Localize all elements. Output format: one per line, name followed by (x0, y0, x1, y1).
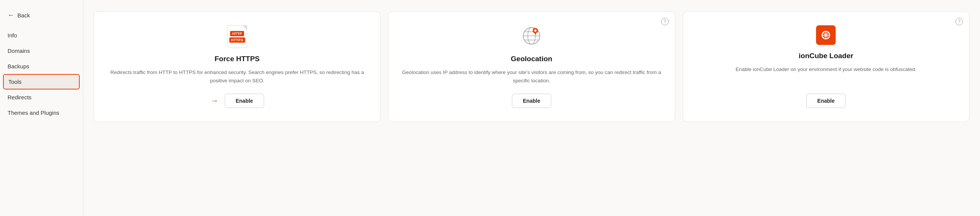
force-https-title: Force HTTPS (215, 55, 259, 63)
ioncube-logo-icon (816, 25, 836, 45)
sidebar-item-themes-plugins[interactable]: Themes and Plugins (0, 105, 83, 121)
ioncube-footer: Enable (806, 94, 845, 108)
back-label: Back (18, 12, 30, 19)
ioncube-card: ? ionCube Loader Enable ionCube Loader o… (682, 11, 969, 122)
geo-globe-icon (521, 25, 542, 48)
force-https-footer: → Enable (210, 94, 264, 108)
sidebar: ← Back Info Domains Backups Tools Redire… (0, 0, 83, 216)
sidebar-item-redirects[interactable]: Redirects (0, 89, 83, 105)
back-arrow-icon: ← (8, 11, 14, 19)
sidebar-item-backups[interactable]: Backups (0, 59, 83, 74)
force-https-card: HTTP HTTPS Force HTTPS Redirects traffic… (94, 11, 380, 122)
https-file-icon: HTTP HTTPS (228, 25, 247, 48)
sidebar-item-domains[interactable]: Domains (0, 43, 83, 59)
arrow-right-icon: → (210, 96, 219, 106)
ioncube-title: ionCube Loader (799, 52, 853, 60)
svg-point-7 (534, 29, 536, 32)
geolocation-desc: Geolocation uses IP address to identify … (401, 68, 662, 84)
force-https-enable-button[interactable]: Enable (225, 94, 264, 108)
geolocation-card: ? Geolocation Geolocation uses IP addres… (388, 11, 675, 122)
force-https-desc: Redirects traffic from HTTP to HTTPS for… (106, 68, 368, 84)
main-content: HTTP HTTPS Force HTTPS Redirects traffic… (83, 0, 980, 216)
ioncube-enable-button[interactable]: Enable (806, 94, 845, 108)
back-button[interactable]: ← Back (0, 8, 83, 23)
geolocation-enable-button[interactable]: Enable (512, 94, 551, 108)
sidebar-item-info[interactable]: Info (0, 27, 83, 43)
sidebar-item-tools[interactable]: Tools (3, 74, 80, 89)
geolocation-footer: Enable (512, 94, 551, 108)
geolocation-help-icon[interactable]: ? (661, 18, 669, 25)
ioncube-svg (819, 29, 832, 41)
geolocation-title: Geolocation (511, 55, 552, 63)
ioncube-help-icon[interactable]: ? (955, 18, 963, 25)
cards-row: HTTP HTTPS Force HTTPS Redirects traffic… (94, 11, 969, 122)
ioncube-icon-wrapper (816, 25, 836, 45)
geo-icon-wrapper (521, 25, 542, 48)
https-badge: HTTPS (229, 37, 245, 43)
ioncube-desc: Enable ionCube Loader on your environmen… (735, 65, 916, 84)
http-badge: HTTP (230, 31, 245, 36)
https-icon-wrapper: HTTP HTTPS (228, 25, 247, 48)
